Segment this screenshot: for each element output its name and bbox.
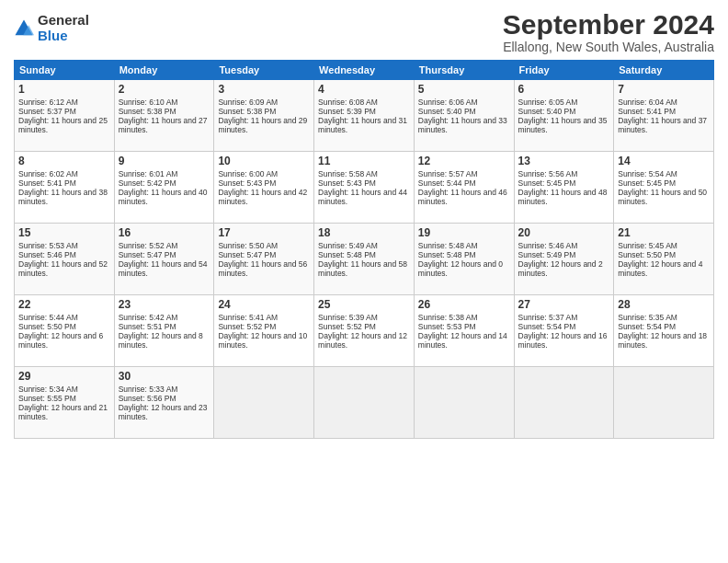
table-row: 17Sunrise: 5:50 AMSunset: 5:47 PMDayligh… xyxy=(214,224,314,295)
sunset-text: Sunset: 5:41 PM xyxy=(18,178,76,188)
daylight-text: Daylight: 11 hours and 46 minutes. xyxy=(418,188,507,206)
sunrise-text: Sunrise: 5:41 AM xyxy=(218,313,278,322)
table-row: 7Sunrise: 6:04 AMSunset: 5:41 PMDaylight… xyxy=(614,80,714,152)
daylight-text: Daylight: 12 hours and 18 minutes. xyxy=(618,331,707,350)
sunset-text: Sunset: 5:49 PM xyxy=(518,250,576,259)
col-tuesday: Tuesday xyxy=(214,61,314,80)
daylight-text: Daylight: 11 hours and 33 minutes. xyxy=(418,116,507,134)
sunrise-text: Sunrise: 5:39 AM xyxy=(318,313,378,322)
table-row: 24Sunrise: 5:41 AMSunset: 5:52 PMDayligh… xyxy=(214,295,314,367)
day-number: 29 xyxy=(18,370,110,383)
table-row: 30Sunrise: 5:33 AMSunset: 5:56 PMDayligh… xyxy=(114,367,214,439)
day-number: 2 xyxy=(119,83,210,96)
sunrise-text: Sunrise: 5:53 AM xyxy=(18,241,78,250)
day-number: 28 xyxy=(618,298,710,311)
col-friday: Friday xyxy=(514,61,614,80)
sunset-text: Sunset: 5:47 PM xyxy=(119,250,176,259)
sunset-text: Sunset: 5:43 PM xyxy=(318,178,376,188)
daylight-text: Daylight: 11 hours and 52 minutes. xyxy=(18,259,108,278)
table-row xyxy=(414,367,514,439)
daylight-text: Daylight: 12 hours and 21 minutes. xyxy=(18,403,108,421)
sunset-text: Sunset: 5:45 PM xyxy=(618,178,676,188)
day-number: 3 xyxy=(218,83,310,96)
sunrise-text: Sunrise: 5:44 AM xyxy=(18,313,78,322)
day-number: 18 xyxy=(318,226,410,239)
daylight-text: Daylight: 12 hours and 14 minutes. xyxy=(418,331,507,350)
sunset-text: Sunset: 5:44 PM xyxy=(418,178,476,188)
day-number: 30 xyxy=(119,370,210,383)
sunrise-text: Sunrise: 5:34 AM xyxy=(18,385,78,394)
sunrise-text: Sunrise: 5:46 AM xyxy=(518,241,578,250)
calendar-row: 15Sunrise: 5:53 AMSunset: 5:46 PMDayligh… xyxy=(15,224,714,295)
table-row: 13Sunrise: 5:56 AMSunset: 5:45 PMDayligh… xyxy=(514,152,614,224)
table-row: 10Sunrise: 6:00 AMSunset: 5:43 PMDayligh… xyxy=(214,152,314,224)
table-row: 19Sunrise: 5:48 AMSunset: 5:48 PMDayligh… xyxy=(414,224,514,295)
page: General Blue September 2024 Ellalong, Ne… xyxy=(0,0,728,563)
daylight-text: Daylight: 11 hours and 42 minutes. xyxy=(218,188,307,206)
daylight-text: Daylight: 11 hours and 27 minutes. xyxy=(119,116,208,134)
day-number: 23 xyxy=(119,298,210,311)
sunset-text: Sunset: 5:43 PM xyxy=(218,178,276,188)
day-number: 20 xyxy=(518,226,610,239)
table-row: 25Sunrise: 5:39 AMSunset: 5:52 PMDayligh… xyxy=(314,295,415,367)
table-row: 12Sunrise: 5:57 AMSunset: 5:44 PMDayligh… xyxy=(414,152,514,224)
day-number: 4 xyxy=(318,83,410,96)
sunrise-text: Sunrise: 5:33 AM xyxy=(119,385,178,394)
calendar-row: 8Sunrise: 6:02 AMSunset: 5:41 PMDaylight… xyxy=(15,152,714,224)
sunrise-text: Sunrise: 5:37 AM xyxy=(518,313,578,322)
daylight-text: Daylight: 12 hours and 6 minutes. xyxy=(18,331,103,350)
daylight-text: Daylight: 11 hours and 29 minutes. xyxy=(218,116,307,134)
sunrise-text: Sunrise: 5:54 AM xyxy=(618,169,677,178)
table-row: 29Sunrise: 5:34 AMSunset: 5:55 PMDayligh… xyxy=(15,367,115,439)
daylight-text: Daylight: 12 hours and 2 minutes. xyxy=(518,259,603,278)
day-number: 16 xyxy=(119,226,210,239)
daylight-text: Daylight: 11 hours and 25 minutes. xyxy=(18,116,108,134)
daylight-text: Daylight: 12 hours and 4 minutes. xyxy=(618,259,702,278)
sunset-text: Sunset: 5:40 PM xyxy=(418,107,476,116)
day-number: 6 xyxy=(518,83,610,96)
sunset-text: Sunset: 5:37 PM xyxy=(18,107,76,116)
sunset-text: Sunset: 5:55 PM xyxy=(18,394,76,403)
day-number: 10 xyxy=(218,155,310,167)
sunset-text: Sunset: 5:45 PM xyxy=(518,178,576,188)
logo-icon xyxy=(14,18,34,39)
sunrise-text: Sunrise: 6:00 AM xyxy=(218,169,278,178)
col-thursday: Thursday xyxy=(414,61,514,80)
sunset-text: Sunset: 5:52 PM xyxy=(318,322,376,331)
daylight-text: Daylight: 12 hours and 23 minutes. xyxy=(119,403,208,421)
title-section: September 2024 Ellalong, New South Wales… xyxy=(503,9,714,54)
daylight-text: Daylight: 11 hours and 37 minutes. xyxy=(618,116,707,134)
sunrise-text: Sunrise: 5:38 AM xyxy=(418,313,478,322)
sunset-text: Sunset: 5:48 PM xyxy=(418,250,476,259)
sunset-text: Sunset: 5:39 PM xyxy=(318,107,376,116)
sunset-text: Sunset: 5:50 PM xyxy=(18,322,76,331)
day-number: 21 xyxy=(618,226,710,239)
table-row: 18Sunrise: 5:49 AMSunset: 5:48 PMDayligh… xyxy=(314,224,415,295)
sunrise-text: Sunrise: 6:12 AM xyxy=(18,98,78,107)
col-sunday: Sunday xyxy=(15,61,115,80)
day-number: 25 xyxy=(318,298,410,311)
sunset-text: Sunset: 5:50 PM xyxy=(618,250,676,259)
table-row xyxy=(214,367,314,439)
table-row: 15Sunrise: 5:53 AMSunset: 5:46 PMDayligh… xyxy=(15,224,115,295)
sunrise-text: Sunrise: 6:06 AM xyxy=(418,98,478,107)
day-number: 24 xyxy=(218,298,310,311)
month-title: September 2024 xyxy=(503,9,714,40)
sunrise-text: Sunrise: 6:01 AM xyxy=(119,169,178,178)
col-saturday: Saturday xyxy=(614,61,714,80)
table-row xyxy=(514,367,614,439)
logo: General Blue xyxy=(14,13,89,43)
table-row: 27Sunrise: 5:37 AMSunset: 5:54 PMDayligh… xyxy=(514,295,614,367)
table-row: 23Sunrise: 5:42 AMSunset: 5:51 PMDayligh… xyxy=(114,295,214,367)
sunrise-text: Sunrise: 6:02 AM xyxy=(18,169,78,178)
calendar-table: Sunday Monday Tuesday Wednesday Thursday… xyxy=(14,60,714,439)
daylight-text: Daylight: 12 hours and 10 minutes. xyxy=(218,331,307,350)
table-row: 1Sunrise: 6:12 AMSunset: 5:37 PMDaylight… xyxy=(15,80,115,152)
sunset-text: Sunset: 5:42 PM xyxy=(119,178,176,188)
day-number: 7 xyxy=(618,83,710,96)
sunrise-text: Sunrise: 6:09 AM xyxy=(218,98,278,107)
day-number: 26 xyxy=(418,298,510,311)
sunrise-text: Sunrise: 5:50 AM xyxy=(218,241,278,250)
table-row xyxy=(614,367,714,439)
col-monday: Monday xyxy=(114,61,214,80)
